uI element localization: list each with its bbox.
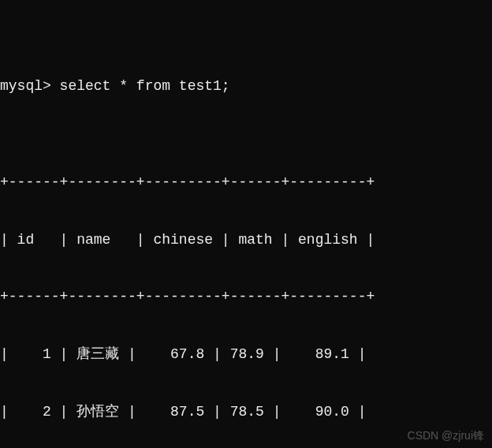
sql-query-1: select * from test1;: [51, 77, 230, 95]
mysql-terminal: mysql> select * from test1; +------+----…: [0, 0, 492, 448]
table1-row: | 2 | 孙悟空 | 87.5 | 78.5 | 90.0 |: [0, 402, 492, 421]
table1-border-top: +------+--------+---------+------+------…: [0, 173, 492, 192]
table1-row: | 1 | 唐三藏 | 67.8 | 78.9 | 89.1 |: [0, 345, 492, 364]
watermark: CSDN @zjrui锋: [408, 428, 484, 443]
table1-header: | id | name | chinese | math | english |: [0, 230, 492, 249]
table1-border-mid: +------+--------+---------+------+------…: [0, 287, 492, 306]
prompt-line-1: mysql> select * from test1;: [0, 77, 492, 95]
mysql-prompt: mysql>: [0, 77, 51, 95]
